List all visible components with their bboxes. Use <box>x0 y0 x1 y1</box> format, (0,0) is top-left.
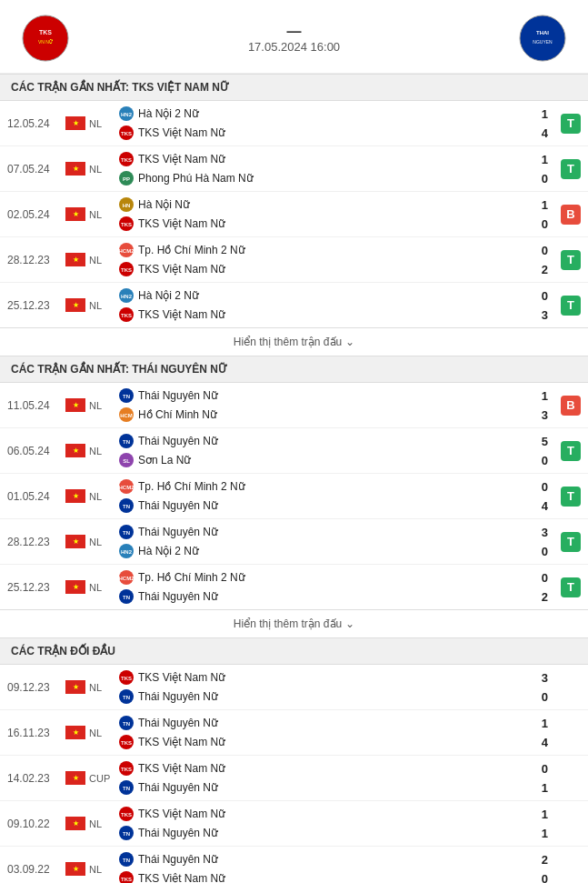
teams-block: TN Thái Nguyên Nữ 3 HN2 Hà Nội 2 Nữ 0 <box>118 524 548 559</box>
score2: 0 <box>533 690 548 704</box>
tks-show-more[interactable]: Hiển thị thêm trận đấu ⌄ <box>0 328 588 356</box>
team1-name: Hà Nội Nữ <box>138 198 533 211</box>
team2-logo: TKS <box>118 125 135 141</box>
team1-name: Thái Nguyên Nữ <box>138 389 533 402</box>
match-date: 09.10.22 <box>7 818 62 830</box>
team2-row: PP Phong Phú Hà Nam Nữ 0 <box>118 170 548 186</box>
svg-text:TN: TN <box>123 695 130 700</box>
team1-row: HN Hà Nội Nữ 1 <box>118 196 548 213</box>
match-group-item: 02.05.24 ★ NL HN Hà Nội Nữ 1 TKS TKS Việ… <box>0 192 588 237</box>
svg-text:HCM2: HCM2 <box>118 576 135 581</box>
league-badge: NL <box>89 727 115 738</box>
team1-logo: TKS <box>118 669 135 686</box>
teams-block: HN Hà Nội Nữ 1 TKS TKS Việt Nam Nữ 0 <box>118 196 548 232</box>
section-tn-title: CÁC TRẬN GẦN NHẤT: THÁI NGUYÊN NỮ <box>11 363 227 376</box>
header-center: — 17.05.2024 16:00 <box>73 24 515 54</box>
match-date: 09.12.23 <box>7 681 62 694</box>
score1: 2 <box>533 853 548 867</box>
result-badge: T <box>561 296 581 316</box>
result-badge: T <box>561 577 581 597</box>
teams-block: HN2 Hà Nội 2 Nữ 1 TKS TKS Việt Nam Nữ 4 <box>118 105 548 141</box>
match-date: 01.05.24 <box>7 490 62 503</box>
teams-block: HCM2 Tp. Hồ Chí Minh 2 Nữ 0 TN Thái Nguy… <box>118 478 548 514</box>
team2-logo: TKS <box>118 734 135 750</box>
score1: 1 <box>533 198 548 212</box>
team2-row: TKS TKS Việt Nam Nữ 2 <box>118 261 548 277</box>
svg-text:TN: TN <box>123 439 130 445</box>
score1: 5 <box>533 435 548 448</box>
team1-logo: HN <box>118 196 135 213</box>
team2-name: TKS Việt Nam Nữ <box>138 872 533 883</box>
svg-text:TKS: TKS <box>121 313 132 318</box>
flag-icon: ★ <box>65 116 85 130</box>
team1-name: TKS Việt Nam Nữ <box>138 808 533 820</box>
team1-row: HN2 Hà Nội 2 Nữ 0 <box>118 287 548 304</box>
flag-icon: ★ <box>65 444 85 457</box>
team2-logo: TKS <box>118 870 135 883</box>
team2-name: Hồ Chí Minh Nữ <box>138 408 533 421</box>
teams-block: HCM2 Tp. Hồ Chí Minh 2 Nữ 0 TN Thái Nguy… <box>118 569 548 605</box>
team2-row: TKS TKS Việt Nam Nữ 0 <box>118 870 548 883</box>
match-date: 12.05.24 <box>7 117 62 130</box>
svg-text:TKS: TKS <box>121 222 132 227</box>
flag-icon: ★ <box>65 162 85 176</box>
svg-text:TN: TN <box>123 504 130 509</box>
team2-name: Thái Nguyên Nữ <box>138 499 533 512</box>
svg-text:HN2: HN2 <box>121 294 133 299</box>
score2: 0 <box>533 545 548 558</box>
team2-name: Thái Nguyên Nữ <box>138 781 533 794</box>
match-date: 14.02.23 <box>7 772 62 785</box>
team2-name: Phong Phú Hà Nam Nữ <box>138 172 533 185</box>
match-group-item: 25.12.23 ★ NL HCM2 Tp. Hồ Chí Minh 2 Nữ … <box>0 565 588 609</box>
score2: 4 <box>533 126 548 140</box>
match-date: 28.12.23 <box>7 254 62 266</box>
league-badge: NL <box>89 300 115 311</box>
team2-row: TN Thái Nguyên Nữ 1 <box>118 825 548 841</box>
match-group-item: 25.12.23 ★ NL HN2 Hà Nội 2 Nữ 0 TKS TKS … <box>0 283 588 327</box>
team1-name: TKS Việt Nam Nữ <box>138 671 533 684</box>
svg-text:TKS: TKS <box>121 740 132 746</box>
match-date: 17.05.2024 16:00 <box>73 40 515 54</box>
team1-row: TKS TKS Việt Nam Nữ 0 <box>118 760 548 777</box>
score1: 1 <box>533 153 548 166</box>
result-badge: T <box>561 250 581 270</box>
score1: 0 <box>533 571 548 585</box>
svg-text:TKS: TKS <box>121 676 132 681</box>
team2-logo: SL <box>118 452 135 468</box>
team1-name: TKS Việt Nam Nữ <box>138 762 533 775</box>
flag-icon: ★ <box>65 862 85 876</box>
team1-logo: TKS <box>118 760 135 777</box>
match-date: 28.12.23 <box>7 536 62 548</box>
tn-show-more[interactable]: Hiển thị thêm trận đấu ⌄ <box>0 610 588 637</box>
svg-point-3 <box>520 15 565 61</box>
svg-text:TN: TN <box>123 530 130 536</box>
team2-row: HN2 Hà Nội 2 Nữ 0 <box>118 543 548 559</box>
match-date: 25.12.23 <box>7 299 62 312</box>
svg-text:VN NỮ: VN NỮ <box>38 39 53 45</box>
svg-point-0 <box>23 15 68 61</box>
team1-logo: TKS <box>118 806 135 822</box>
league-badge: NL <box>89 255 115 266</box>
flag-icon: ★ <box>65 253 85 266</box>
score1: 0 <box>533 289 548 303</box>
league-badge: NL <box>89 818 115 829</box>
league-badge: NL <box>89 682 115 693</box>
team2-name: Thái Nguyên Nữ <box>138 690 533 703</box>
team1-row: TN Thái Nguyên Nữ 5 <box>118 433 548 449</box>
team2-logo: TKS <box>118 261 135 277</box>
flag-icon: ★ <box>65 771 85 785</box>
score1: 1 <box>533 107 548 121</box>
score2: 4 <box>533 736 548 749</box>
svg-text:TKS: TKS <box>121 131 132 136</box>
team2-row: TKS TKS Việt Nam Nữ 3 <box>118 306 548 323</box>
team1-name: Thái Nguyên Nữ <box>138 526 533 538</box>
result-badge: T <box>561 532 581 552</box>
match-group-item: 28.12.23 ★ NL HCM2 Tp. Hồ Chí Minh 2 Nữ … <box>0 237 588 283</box>
league-badge: NL <box>89 537 115 547</box>
team2-logo: TN <box>118 688 135 705</box>
team2-logo: TKS <box>118 216 135 232</box>
h2h-matches-group: 09.12.23 ★ NL TKS TKS Việt Nam Nữ 3 TN T… <box>0 665 588 883</box>
score2: 0 <box>533 872 548 884</box>
team2-logo: PP <box>118 170 135 186</box>
match-group-item: 06.05.24 ★ NL TN Thái Nguyên Nữ 5 SL Sơn… <box>0 428 588 474</box>
